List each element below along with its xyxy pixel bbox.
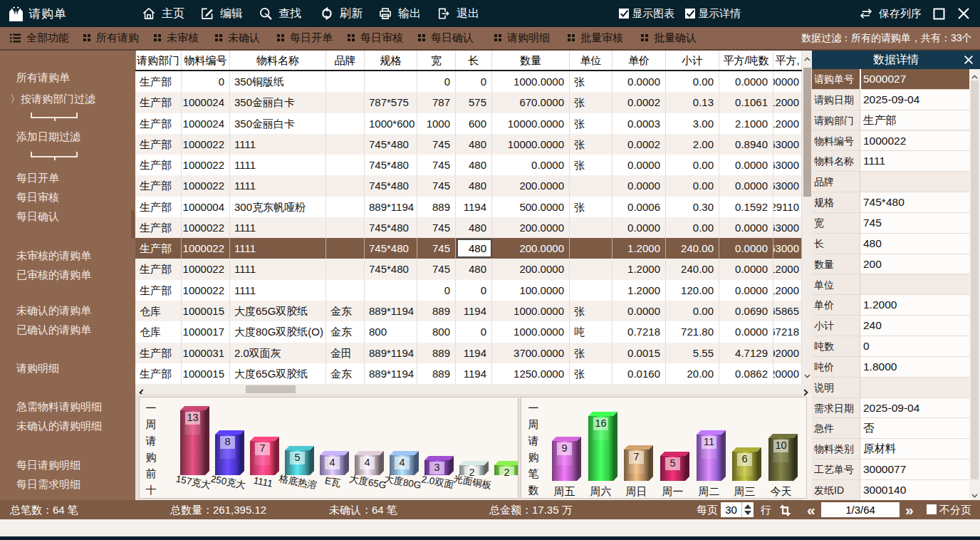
svg-text:3: 3 — [434, 462, 439, 473]
svg-text:250克大: 250克大 — [210, 473, 246, 490]
svg-text:周五: 周五 — [554, 485, 575, 497]
svg-text:8: 8 — [224, 436, 230, 447]
svg-text:4: 4 — [364, 457, 370, 468]
svg-text:4: 4 — [399, 457, 405, 468]
svg-text:157克大: 157克大 — [175, 473, 212, 490]
svg-text:2: 2 — [504, 467, 509, 478]
svg-text:9: 9 — [561, 442, 567, 454]
svg-text:5: 5 — [669, 457, 675, 469]
svg-text:周日: 周日 — [626, 485, 647, 497]
svg-text:13: 13 — [187, 412, 198, 423]
svg-text:1111: 1111 — [253, 475, 273, 489]
svg-text:周六: 周六 — [590, 485, 612, 497]
svg-text:今天: 今天 — [771, 485, 792, 497]
svg-text:周三: 周三 — [734, 485, 756, 497]
svg-text:格底热溶: 格底热溶 — [278, 473, 318, 491]
svg-text:6: 6 — [741, 453, 747, 464]
svg-text:10: 10 — [775, 440, 786, 451]
svg-text:E瓦: E瓦 — [324, 475, 342, 489]
svg-text:大度65G: 大度65G — [348, 473, 387, 491]
svg-text:16: 16 — [595, 417, 606, 429]
svg-text:7: 7 — [259, 442, 265, 454]
svg-text:大度80G: 大度80G — [383, 473, 422, 491]
svg-text:2.0双面: 2.0双面 — [420, 474, 454, 490]
svg-text:周二: 周二 — [699, 485, 720, 497]
svg-text:4: 4 — [329, 457, 335, 468]
svg-text:周一: 周一 — [662, 485, 684, 497]
svg-text:7: 7 — [633, 451, 639, 462]
svg-text:5: 5 — [294, 452, 300, 463]
svg-text:11: 11 — [704, 436, 714, 447]
